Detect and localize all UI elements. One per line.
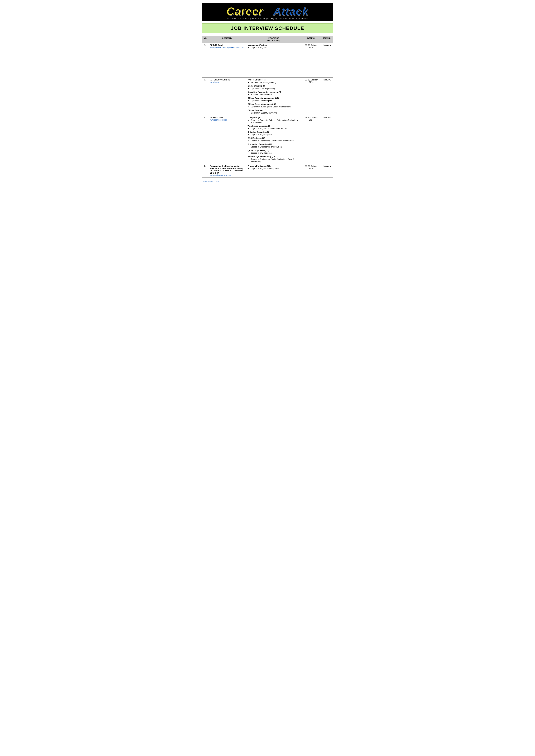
- header-company: COMPANY: [208, 36, 246, 43]
- requirement-list: Degree in any field: [251, 46, 300, 49]
- company-name: I&P GROUP SDN BHD: [210, 79, 244, 81]
- dates-cell: 28-29 October 2014: [302, 115, 321, 164]
- requirement-list: Diploma in Quantity Surveying: [251, 112, 300, 114]
- company-cell: I&P GROUP SDN BHDwww.inp.my: [208, 78, 246, 115]
- requirement-list: Degree in Computer Sciences/Information …: [251, 119, 300, 123]
- position-title: Officer, Asset Management (2): [247, 103, 300, 105]
- requirement-list: Diploma in Building/Real Estate Manageme…: [251, 106, 300, 108]
- table-row: 4.ASAHI KOSEIwww.asahikosei.comIT Suppor…: [202, 115, 333, 164]
- position-title: Clerk -of-works (9): [247, 85, 300, 87]
- header-subtitle: 28 - 30 OCTOBER 2014 | 9.00 am - 5.00 pm…: [205, 17, 330, 19]
- requirement-list: Diploma in Civil Engineering: [251, 87, 300, 90]
- row-number: 3.: [202, 78, 208, 115]
- position-title: QA/QC Engineering (5): [247, 149, 300, 151]
- requirement-list: Degree in any field & can drive FORKLIFT: [251, 127, 300, 130]
- requirement-list: Bachelor of Architecture: [251, 94, 300, 96]
- dates-cell: 28-29 October 2014: [302, 164, 321, 177]
- requirement-item: Degree in Engineering (Mechanical) or eq…: [251, 140, 300, 142]
- requirement-item: Diploma in Quantity Surveying: [251, 112, 300, 114]
- positions-cell: Project Engineer (6)Bachelor of Civil En…: [246, 78, 302, 115]
- remark-cell: Interview: [321, 164, 333, 177]
- position-title: Production Executive (20): [247, 143, 300, 146]
- position-title: Program Participant (50): [247, 165, 300, 167]
- requirement-item: Degree in any field & can drive FORKLIFT: [251, 127, 300, 130]
- requirement-item: Diploma in Civil Engineering: [251, 87, 300, 90]
- position-title: Officer, Property Management (1): [247, 97, 300, 99]
- remark-cell: Interview: [321, 115, 333, 164]
- company-url[interactable]: www.inp.my: [210, 81, 220, 83]
- position-title: CNC Engineer (20): [247, 137, 300, 139]
- dates-cell: 29-30 October 2014: [302, 43, 321, 50]
- position-title: Warehouse Manager (2): [247, 125, 300, 127]
- schedule-title: JOB INTERVIEW SCHEDULE: [231, 25, 304, 31]
- career-text: Career: [226, 5, 263, 17]
- requirement-item: Degree in Engineering or equivalent: [251, 146, 300, 148]
- requirement-list: Degree in any Engineering Field: [251, 168, 300, 170]
- requirement-item: Degree in Computer Sciences/Information …: [251, 119, 300, 123]
- requirement-list: Bachelor of Civil Engineering: [251, 81, 300, 84]
- table-row: 5.Program for the Development of Ingenio…: [202, 164, 333, 177]
- header-dates: DATE(S): [302, 36, 321, 43]
- requirement-item: Bachelor of Civil Engineering: [251, 81, 300, 84]
- neural-link[interactable]: www.neural.com.my: [203, 180, 219, 182]
- position-title: Mould& Jigs Engineering (10): [247, 155, 300, 158]
- header-banner: Career Attack 28 - 30 OCTOBER 2014 | 9.0…: [202, 3, 333, 21]
- position-title: Executive, Product Development (2): [247, 91, 300, 93]
- positions-cell: IT Support (2)Degree in Computer Science…: [246, 115, 302, 164]
- header-positions: POSITIONS (VACANCIES): [246, 36, 302, 43]
- requirement-list: Degree in any discipline: [251, 133, 300, 136]
- company-url[interactable]: www.asahikosei.com: [210, 119, 227, 121]
- job-schedule-table: NO COMPANY POSITIONS (VACANCIES) DATE(S)…: [202, 36, 333, 177]
- table-row: 1.PUBLIC BANKwww.pbebank.com/corporate/h…: [202, 43, 333, 50]
- position-title: Shipping Executive (2): [247, 131, 300, 133]
- requirement-item: Bachelor of Architecture: [251, 94, 300, 96]
- row-number: 4.: [202, 115, 208, 164]
- logo-title: Career Attack: [205, 6, 330, 17]
- company-url[interactable]: www.prodigymalaysia.com: [210, 174, 231, 176]
- company-url[interactable]: www.pbebank.com/corporate/hr/index.html: [210, 46, 244, 48]
- spacer-row: [202, 50, 333, 78]
- position-title: Officer, Contract (1): [247, 109, 300, 111]
- company-cell: PUBLIC BANKwww.pbebank.com/corporate/hr/…: [208, 43, 246, 50]
- requirement-item: Degree in any discipline: [251, 133, 300, 136]
- requirement-list: Diploma in any discipline: [251, 99, 300, 102]
- requirement-list: Degree in Engineering (Mechanical) or eq…: [251, 140, 300, 142]
- requirement-item: Diploma in Building/Real Estate Manageme…: [251, 106, 300, 108]
- header-no: NO: [202, 36, 208, 43]
- position-title: Management Trainee: [247, 44, 300, 46]
- remark-cell: Interview: [321, 43, 333, 50]
- company-cell: Program for the Development of Ingenious…: [208, 164, 246, 177]
- schedule-banner: JOB INTERVIEW SCHEDULE: [202, 23, 333, 33]
- company-name: PUBLIC BANK: [210, 44, 244, 46]
- requirement-item: Degree in any Engineering Field: [251, 168, 300, 170]
- positions-cell: Management TraineeDegree in any field: [246, 43, 302, 50]
- row-number: 5.: [202, 164, 208, 177]
- positions-cell: Program Participant (50)Degree in any En…: [246, 164, 302, 177]
- requirement-item: Degree in any field: [251, 46, 300, 49]
- requirement-list: Degree in Engineering (Metal fabrication…: [251, 158, 300, 162]
- dates-cell: 28-30 October 2014: [302, 78, 321, 115]
- company-name: Program for the Development of Ingenious…: [210, 165, 244, 174]
- position-title: Project Engineer (6): [247, 79, 300, 81]
- position-title: IT Support (2): [247, 117, 300, 119]
- remark-cell: Interview: [321, 78, 333, 115]
- company-name: ASAHI KOSEI: [210, 117, 244, 119]
- requirement-item: Degree in any discipline: [251, 152, 300, 154]
- company-cell: ASAHI KOSEIwww.asahikosei.com: [208, 115, 246, 164]
- table-row: 3.I&P GROUP SDN BHDwww.inp.myProject Eng…: [202, 78, 333, 115]
- header-remark: REMARK: [321, 36, 333, 43]
- requirement-list: Degree in Engineering or equivalent: [251, 146, 300, 148]
- requirement-item: Diploma in any discipline: [251, 99, 300, 102]
- row-number: 1.: [202, 43, 208, 50]
- attack-text: Attack: [273, 5, 309, 17]
- requirement-item: Degree in Engineering (Metal fabrication…: [251, 158, 300, 162]
- requirement-list: Degree in any discipline: [251, 152, 300, 154]
